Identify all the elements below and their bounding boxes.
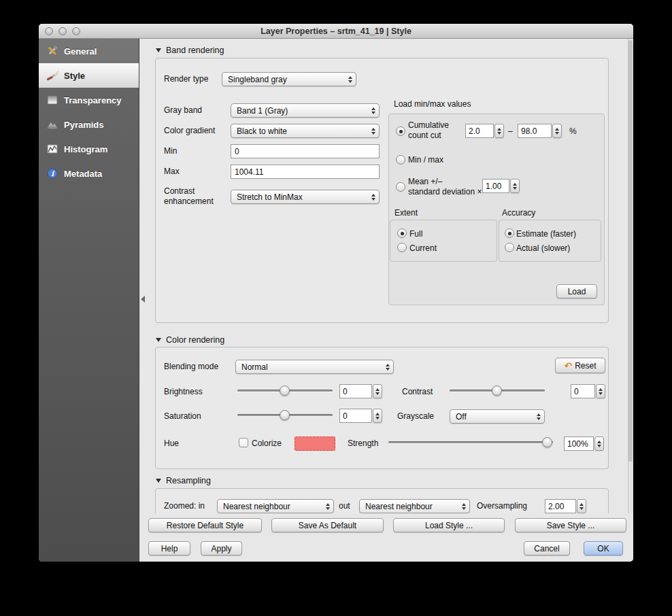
oversampling-label: Oversampling [477,501,527,511]
scrollbar-thumb[interactable] [628,40,633,462]
transparency-gradient-icon [46,94,58,106]
load-style-button[interactable]: Load Style ... [393,518,505,532]
stepper-arrows-icon[interactable] [596,384,605,398]
info-icon: i [46,167,58,179]
accuracy-actual-radio[interactable] [505,243,514,252]
saturation-spinbox[interactable]: 0 [339,409,382,423]
gray-band-value: Band 1 (Gray) [237,106,368,116]
cumulative-min-value: 2.0 [465,124,494,138]
mean-stddev-radio[interactable] [396,182,405,192]
min-max-label: Min / max [408,155,443,165]
contrast-slider-thumb[interactable] [492,386,502,396]
stepper-arrows-icon[interactable] [373,409,382,423]
sidebar-item-general[interactable]: General [39,39,139,63]
zoomed-in-dropdown[interactable]: Nearest neighbour [217,499,334,513]
dropdown-arrows-icon [322,500,333,513]
contrast-enhancement-dropdown[interactable]: Stretch to MinMax [231,190,380,204]
minimize-window-button[interactable] [58,27,67,35]
stepper-arrows-icon[interactable] [494,124,504,138]
brightness-slider[interactable] [237,385,333,396]
window-title: Layer Properties – srtm_41_19 | Style [261,27,411,36]
dropdown-arrows-icon [368,104,379,117]
sidebar-item-histogram[interactable]: Histogram [39,137,139,161]
stepper-arrows-icon[interactable] [373,384,382,398]
strength-value: 100% [564,437,594,451]
brightness-slider-thumb[interactable] [280,386,290,396]
extent-current-label: Current [409,243,437,254]
mean-stddev-spinbox[interactable]: 1.00 [482,179,520,193]
sidebar-item-label: Histogram [64,144,107,154]
sidebar-item-transparency[interactable]: Transparency [39,88,139,112]
color-rendering-header[interactable]: Color rendering [156,335,224,345]
save-as-default-button[interactable]: Save As Default [271,518,384,532]
zoomed-out-dropdown[interactable]: Nearest neighbour [359,499,470,513]
accuracy-title: Accuracy [502,208,535,218]
min-label: Min [164,146,177,156]
saturation-slider-thumb[interactable] [280,410,290,420]
sidebar-item-metadata[interactable]: i Metadata [39,161,139,186]
stepper-arrows-icon[interactable] [510,179,520,193]
brightness-value: 0 [339,384,372,398]
max-label: Max [164,167,180,177]
blending-mode-dropdown[interactable]: Normal [235,360,394,374]
stepper-arrows-icon[interactable] [552,124,562,138]
sidebar-item-style[interactable]: Style [39,63,139,88]
brightness-spinbox[interactable]: 0 [339,384,382,398]
reset-button[interactable]: ↶ Reset [555,358,605,373]
brightness-label: Brightness [164,387,203,397]
contrast-slider[interactable] [450,385,545,396]
colorize-color-swatch[interactable] [295,437,335,451]
max-input[interactable] [231,165,380,179]
contrast-value: 0 [571,384,595,398]
titlebar[interactable]: Layer Properties – srtm_41_19 | Style [39,24,633,39]
strength-spinbox[interactable]: 100% [564,437,604,451]
zoom-window-button[interactable] [72,27,80,35]
load-button[interactable]: Load [556,284,597,298]
dropdown-arrows-icon [368,124,379,137]
cumulative-min-spinbox[interactable]: 2.0 [465,124,504,138]
band-rendering-groupbox: Render type Singleband gray Gray band Ba… [155,58,609,323]
vertical-scrollbar[interactable] [628,39,633,513]
color-gradient-label: Color gradient [164,126,215,136]
accuracy-estimate-label: Estimate (faster) [516,229,576,239]
restore-default-style-button[interactable]: Restore Default Style [148,518,262,532]
save-style-button[interactable]: Save Style ... [515,518,626,532]
colorize-checkbox[interactable] [239,438,248,447]
saturation-label: Saturation [164,411,201,422]
ok-button[interactable]: OK [584,541,623,555]
render-type-dropdown[interactable]: Singleband gray [222,72,356,86]
help-button[interactable]: Help [148,541,190,555]
close-window-button[interactable] [45,27,53,35]
extent-full-radio[interactable] [397,228,407,238]
apply-button[interactable]: Apply [201,541,242,555]
min-input[interactable] [231,144,380,158]
zoomed-in-label: Zoomed: in [164,501,205,511]
strength-slider[interactable] [388,437,553,447]
color-gradient-dropdown[interactable]: Black to white [231,124,380,138]
stepper-arrows-icon[interactable] [577,499,586,513]
cancel-button[interactable]: Cancel [524,541,570,555]
sidebar-item-pyramids[interactable]: Pyramids [39,112,139,137]
resampling-header[interactable]: Resampling [156,476,211,485]
band-rendering-header[interactable]: Band rendering [156,46,224,55]
accuracy-estimate-radio[interactable] [505,228,514,238]
zoomed-out-value: Nearest neighbour [365,502,458,511]
load-minmax-title: Load min/max values [394,99,471,109]
stepper-arrows-icon[interactable] [594,437,604,451]
zoomed-out-label: out [339,501,350,511]
collapse-triangle-icon [156,48,161,52]
extent-current-radio[interactable] [397,243,407,252]
accuracy-actual-label: Actual (slower) [516,243,570,254]
saturation-slider[interactable] [237,409,333,420]
oversampling-spinbox[interactable]: 2.00 [545,499,586,513]
panel-collapse-handle-icon[interactable] [141,296,145,303]
cumulative-max-spinbox[interactable]: 98.0 [518,124,562,138]
cumulative-count-cut-radio[interactable] [396,126,405,136]
gray-band-dropdown[interactable]: Band 1 (Gray) [231,103,380,118]
extent-title: Extent [394,208,418,218]
window-controls [45,27,80,35]
grayscale-dropdown[interactable]: Off [450,409,545,424]
min-max-radio[interactable] [396,155,405,165]
strength-slider-thumb[interactable] [542,437,552,447]
contrast-spinbox[interactable]: 0 [571,384,605,398]
